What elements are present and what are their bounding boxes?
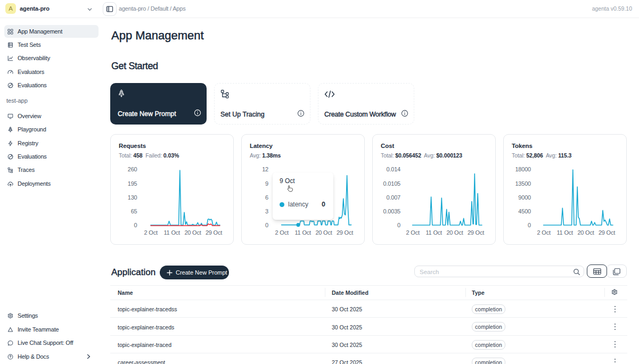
svg-text:29 Oct: 29 Oct xyxy=(468,229,484,236)
svg-text:0: 0 xyxy=(265,222,268,228)
svg-text:11 Oct: 11 Oct xyxy=(426,229,443,236)
svg-text:2 Oct: 2 Oct xyxy=(275,229,289,236)
svg-text:4500: 4500 xyxy=(518,208,531,214)
svg-text:0.0035: 0.0035 xyxy=(383,208,401,214)
svg-text:20 Oct: 20 Oct xyxy=(184,229,201,236)
svg-text:65: 65 xyxy=(131,208,137,214)
svg-text:0.014: 0.014 xyxy=(386,166,400,172)
svg-text:9000: 9000 xyxy=(518,194,531,201)
svg-text:0: 0 xyxy=(528,222,531,228)
svg-text:18000: 18000 xyxy=(515,166,531,172)
svg-text:20 Oct: 20 Oct xyxy=(577,229,594,236)
svg-text:6: 6 xyxy=(265,194,268,201)
svg-text:0: 0 xyxy=(134,222,137,228)
svg-text:2 Oct: 2 Oct xyxy=(144,229,158,236)
svg-text:29 Oct: 29 Oct xyxy=(599,229,615,236)
svg-text:9: 9 xyxy=(265,180,268,187)
svg-text:13500: 13500 xyxy=(515,180,531,187)
svg-text:20 Oct: 20 Oct xyxy=(446,229,463,236)
svg-text:11 Oct: 11 Oct xyxy=(295,229,312,236)
svg-text:20 Oct: 20 Oct xyxy=(315,229,332,236)
svg-text:0.0105: 0.0105 xyxy=(383,180,401,187)
svg-text:260: 260 xyxy=(128,166,137,172)
svg-text:29 Oct: 29 Oct xyxy=(206,229,222,236)
svg-text:2 Oct: 2 Oct xyxy=(537,229,551,236)
svg-text:3: 3 xyxy=(265,208,268,214)
svg-text:11 Oct: 11 Oct xyxy=(164,229,181,236)
svg-text:29 Oct: 29 Oct xyxy=(337,229,353,236)
svg-text:12: 12 xyxy=(262,166,268,172)
svg-text:130: 130 xyxy=(128,194,137,201)
svg-text:0.007: 0.007 xyxy=(386,194,400,201)
svg-text:2 Oct: 2 Oct xyxy=(406,229,420,236)
svg-text:0: 0 xyxy=(397,222,400,228)
svg-text:195: 195 xyxy=(128,180,137,187)
svg-text:11 Oct: 11 Oct xyxy=(557,229,574,236)
